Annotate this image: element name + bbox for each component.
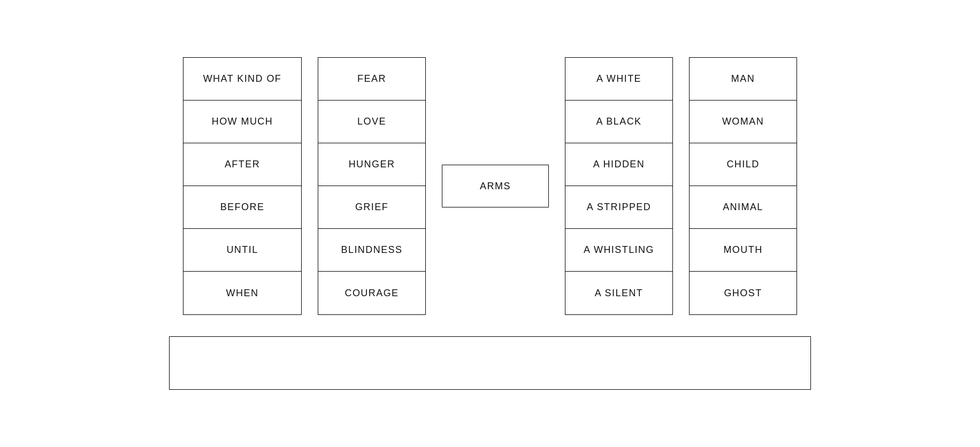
column-2: FEAR LOVE HUNGER GRIEF BLINDNESS COURAGE — [318, 57, 426, 315]
cell-col3-4[interactable]: A WHISTLING — [565, 229, 672, 272]
cell-col4-1[interactable]: WOMAN — [690, 101, 797, 143]
main-container: WHAT KIND OF HOW MUCH AFTER BEFORE UNTIL… — [148, 36, 832, 411]
cell-col4-0[interactable]: MAN — [690, 58, 797, 101]
cell-col4-5[interactable]: GHOST — [690, 272, 797, 314]
cell-col2-0[interactable]: FEAR — [318, 58, 425, 101]
cell-col1-5[interactable]: WHEN — [183, 272, 301, 314]
column-1: WHAT KIND OF HOW MUCH AFTER BEFORE UNTIL… — [183, 57, 302, 315]
cell-col2-3[interactable]: GRIEF — [318, 186, 425, 229]
cell-col2-4[interactable]: BLINDNESS — [318, 229, 425, 272]
cell-col1-0[interactable]: WHAT KIND OF — [183, 58, 301, 101]
bottom-text-box[interactable] — [169, 336, 811, 390]
cell-col3-0[interactable]: A WHITE — [565, 58, 672, 101]
top-section: WHAT KIND OF HOW MUCH AFTER BEFORE UNTIL… — [183, 57, 797, 315]
cell-col3-1[interactable]: A BLACK — [565, 101, 672, 143]
cell-col4-3[interactable]: ANIMAL — [690, 186, 797, 229]
cell-col3-3[interactable]: A STRIPPED — [565, 186, 672, 229]
column-3: A WHITE A BLACK A HIDDEN A STRIPPED A WH… — [565, 57, 673, 315]
cell-col1-4[interactable]: UNTIL — [183, 229, 301, 272]
arms-spacer: ARMS — [442, 58, 549, 314]
cell-col2-5[interactable]: COURAGE — [318, 272, 425, 314]
cell-col4-4[interactable]: MOUTH — [690, 229, 797, 272]
cell-col3-2[interactable]: A HIDDEN — [565, 143, 672, 186]
cell-col2-1[interactable]: LOVE — [318, 101, 425, 143]
cell-col1-2[interactable]: AFTER — [183, 143, 301, 186]
cell-col3-5[interactable]: A SILENT — [565, 272, 672, 314]
cell-col2-2[interactable]: HUNGER — [318, 143, 425, 186]
column-4: MAN WOMAN CHILD ANIMAL MOUTH GHOST — [689, 57, 797, 315]
cell-col1-3[interactable]: BEFORE — [183, 186, 301, 229]
cell-col4-2[interactable]: CHILD — [690, 143, 797, 186]
cell-col1-1[interactable]: HOW MUCH — [183, 101, 301, 143]
arms-box[interactable]: ARMS — [442, 165, 549, 207]
